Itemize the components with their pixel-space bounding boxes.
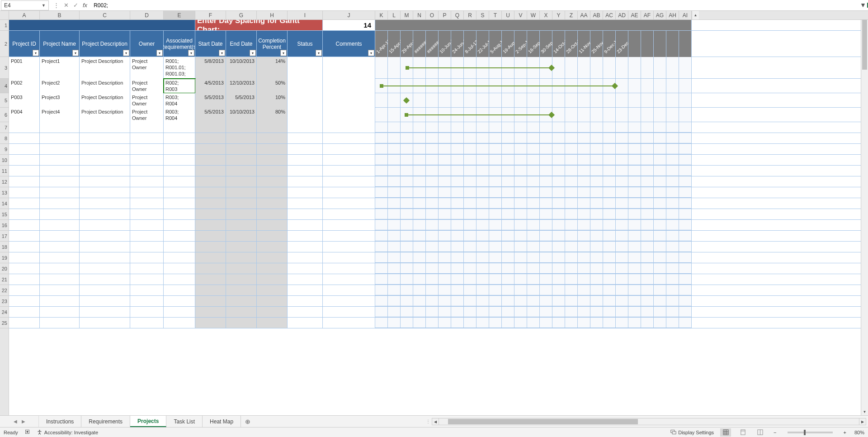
row-header-22[interactable]: 22 <box>0 285 9 296</box>
empty-cell[interactable] <box>164 318 195 328</box>
empty-cell[interactable] <box>80 296 130 306</box>
gantt-cell[interactable] <box>565 252 578 263</box>
gantt-cell[interactable] <box>489 122 502 133</box>
empty-cell[interactable] <box>257 155 288 165</box>
gantt-cell[interactable] <box>679 166 692 176</box>
gantt-cell[interactable] <box>666 220 679 230</box>
table-header-cell[interactable]: Associated Requirement(s)▾ <box>164 31 195 57</box>
row-header-2[interactable]: 2 <box>0 31 9 57</box>
gantt-cell[interactable] <box>489 318 502 328</box>
gantt-cell[interactable] <box>565 307 578 317</box>
gantt-cell[interactable] <box>590 296 603 306</box>
gantt-cell[interactable] <box>464 274 476 285</box>
gantt-cell[interactable] <box>552 285 565 295</box>
gantt-cell[interactable] <box>451 155 464 165</box>
empty-cell[interactable] <box>195 187 226 198</box>
gantt-cell[interactable] <box>603 252 616 263</box>
gantt-cell[interactable] <box>590 209 603 219</box>
gantt-cell[interactable] <box>375 57 388 79</box>
gantt-cell[interactable] <box>666 155 679 165</box>
gantt-cell[interactable] <box>439 108 451 122</box>
empty-cell[interactable] <box>130 252 164 263</box>
gantt-cell[interactable] <box>476 79 489 93</box>
filter-button[interactable]: ▾ <box>33 50 39 56</box>
gantt-cell[interactable] <box>514 198 527 209</box>
gantt-cell[interactable] <box>527 155 540 165</box>
empty-cell[interactable] <box>288 176 323 187</box>
empty-cell[interactable] <box>288 155 323 165</box>
data-cell[interactable] <box>288 57 323 79</box>
day-spacing-input[interactable]: 14 <box>323 20 375 30</box>
empty-cell[interactable] <box>288 242 323 252</box>
column-header-AB[interactable]: AB <box>590 11 603 19</box>
gantt-cell[interactable] <box>540 79 552 93</box>
empty-cell[interactable] <box>288 263 323 274</box>
gantt-cell[interactable] <box>654 307 666 317</box>
empty-cell[interactable] <box>257 285 288 295</box>
gantt-cell[interactable] <box>654 187 666 198</box>
filter-button[interactable]: ▾ <box>219 50 225 56</box>
gantt-cell[interactable] <box>578 263 590 274</box>
empty-cell[interactable] <box>164 155 195 165</box>
empty-cell[interactable] <box>9 166 40 176</box>
data-cell[interactable]: Project2 <box>40 79 80 93</box>
gantt-cell[interactable] <box>603 220 616 230</box>
empty-cell[interactable] <box>9 187 40 198</box>
gantt-cell[interactable] <box>401 57 413 79</box>
column-header-L[interactable]: L <box>388 11 401 19</box>
gantt-cell[interactable] <box>388 263 401 274</box>
gantt-cell[interactable] <box>426 231 439 241</box>
gantt-cell[interactable] <box>502 176 514 187</box>
gantt-cell[interactable] <box>439 198 451 209</box>
gantt-cell[interactable] <box>476 252 489 263</box>
gantt-cell[interactable] <box>502 274 514 285</box>
empty-cell[interactable] <box>80 220 130 230</box>
empty-cell[interactable] <box>226 176 257 187</box>
gantt-cell[interactable] <box>375 108 388 122</box>
gantt-cell[interactable] <box>388 274 401 285</box>
empty-cell[interactable] <box>226 263 257 274</box>
empty-cell[interactable] <box>40 242 80 252</box>
empty-cell[interactable] <box>130 242 164 252</box>
empty-cell[interactable] <box>257 231 288 241</box>
gantt-cell[interactable] <box>439 220 451 230</box>
gantt-cell[interactable] <box>679 220 692 230</box>
empty-cell[interactable] <box>288 252 323 263</box>
empty-cell[interactable] <box>195 209 226 219</box>
gantt-cell[interactable] <box>628 252 641 263</box>
data-cell[interactable]: P004 <box>9 108 40 122</box>
empty-cell[interactable] <box>288 220 323 230</box>
gantt-cell[interactable] <box>616 166 628 176</box>
gantt-cell[interactable] <box>502 198 514 209</box>
gantt-cell[interactable] <box>578 252 590 263</box>
gantt-cell[interactable] <box>464 176 476 187</box>
empty-cell[interactable] <box>130 263 164 274</box>
gantt-cell[interactable] <box>514 187 527 198</box>
empty-cell[interactable] <box>80 166 130 176</box>
gantt-cell[interactable] <box>527 133 540 143</box>
gantt-cell[interactable] <box>388 79 401 93</box>
gantt-cell[interactable] <box>565 242 578 252</box>
gantt-cell[interactable] <box>476 274 489 285</box>
gantt-cell[interactable] <box>590 93 603 108</box>
gantt-cell[interactable] <box>464 209 476 219</box>
empty-cell[interactable] <box>80 187 130 198</box>
column-header-AE[interactable]: AE <box>628 11 641 19</box>
gantt-cell[interactable] <box>502 144 514 154</box>
gantt-cell[interactable] <box>641 108 654 122</box>
data-cell[interactable]: Project3 <box>40 93 80 108</box>
data-cell[interactable] <box>323 57 375 79</box>
gantt-cell[interactable] <box>451 79 464 93</box>
gantt-cell[interactable] <box>565 318 578 328</box>
gantt-cell[interactable] <box>628 144 641 154</box>
gantt-cell[interactable] <box>426 176 439 187</box>
data-cell[interactable]: R001; R001.01; R001.03; <box>164 57 195 79</box>
formula-input[interactable] <box>91 0 859 10</box>
gantt-cell[interactable] <box>666 79 679 93</box>
gantt-cell[interactable] <box>426 209 439 219</box>
gantt-cell[interactable] <box>375 209 388 219</box>
gantt-cell[interactable] <box>514 296 527 306</box>
empty-cell[interactable] <box>40 252 80 263</box>
data-cell[interactable]: Project Owner <box>130 57 164 79</box>
gantt-cell[interactable] <box>603 296 616 306</box>
